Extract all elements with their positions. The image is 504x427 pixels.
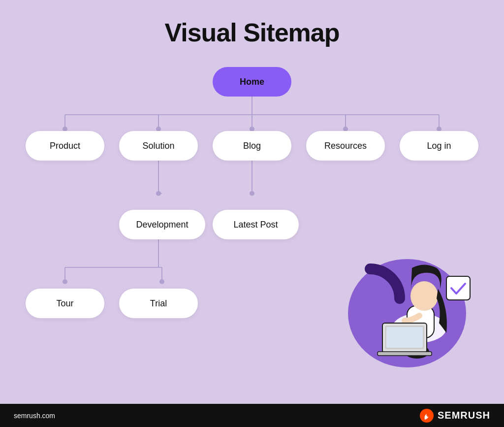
node-product: Product bbox=[26, 131, 104, 161]
node-blog: Blog bbox=[213, 131, 291, 161]
svg-point-20 bbox=[63, 279, 67, 284]
footer-website: semrush.com bbox=[14, 412, 55, 420]
footer-brand-name: SEMRUSH bbox=[438, 410, 490, 421]
node-resources: Resources bbox=[306, 131, 385, 161]
page-title: Visual Sitemap bbox=[165, 18, 340, 47]
svg-rect-31 bbox=[378, 352, 432, 356]
node-solution: Solution bbox=[119, 131, 198, 161]
svg-point-22 bbox=[159, 279, 164, 284]
svg-point-28 bbox=[410, 281, 438, 311]
node-home: Home bbox=[213, 67, 291, 97]
node-trial: Trial bbox=[119, 289, 198, 318]
svg-rect-32 bbox=[386, 327, 423, 348]
node-development: Development bbox=[119, 210, 205, 239]
node-login: Log in bbox=[400, 131, 478, 161]
node-latestpost: Latest Post bbox=[213, 210, 299, 239]
footer: semrush.com SEMRUSH bbox=[0, 404, 504, 427]
svg-point-16 bbox=[250, 191, 254, 196]
illustration bbox=[321, 230, 478, 367]
sitemap-diagram: Home Product Solution Blog Resources Log… bbox=[16, 67, 488, 372]
main-content: Visual Sitemap bbox=[0, 0, 504, 404]
node-tour: Tour bbox=[26, 289, 104, 318]
svg-rect-33 bbox=[446, 276, 470, 300]
semrush-icon bbox=[420, 409, 434, 423]
footer-brand-container: SEMRUSH bbox=[420, 409, 490, 423]
svg-point-13 bbox=[156, 191, 161, 196]
svg-point-34 bbox=[420, 409, 434, 423]
